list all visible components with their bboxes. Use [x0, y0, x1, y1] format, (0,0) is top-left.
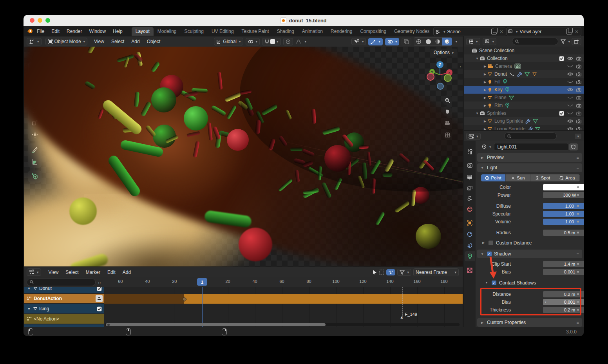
filter-dropdown[interactable]: ▾ — [397, 269, 411, 276]
menu-view[interactable]: View — [45, 268, 62, 276]
shadow-checkbox[interactable]: ✓ — [487, 252, 492, 256]
id-name-field[interactable]: Light.001 — [494, 143, 568, 151]
menu-add[interactable]: Add — [119, 268, 134, 276]
animate-dot[interactable] — [577, 221, 579, 223]
properties-tab-render[interactable] — [465, 160, 475, 170]
timeline-scrollbar[interactable] — [105, 323, 460, 326]
remove-viewlayer-icon[interactable]: ✕ — [574, 29, 579, 34]
properties-options-icon[interactable]: ▾ — [575, 134, 581, 139]
camera-off-icon[interactable] — [576, 96, 581, 100]
checkbox-icon[interactable] — [97, 287, 102, 291]
camera-icon[interactable] — [576, 64, 581, 69]
gizmos-toggle[interactable]: ▾ — [368, 38, 383, 45]
transform-orientation-dropdown[interactable]: Global▾ — [214, 38, 243, 45]
workspace-tab-rendering[interactable]: Rendering — [327, 27, 356, 36]
workspace-tab-geometry-nodes[interactable]: Geometry Nodes — [390, 27, 429, 36]
timeline-ruler[interactable]: -60-40-20204060801001201401601801 — [104, 277, 463, 287]
outliner-row-long-sprinkle[interactable]: ▶Long Sprinkle — [464, 117, 584, 125]
panel-light[interactable]: ▼Light≡ — [477, 163, 582, 172]
panel-preview[interactable]: ▶Preview≡ — [477, 153, 582, 162]
light-data-icon[interactable]: ▾ — [480, 143, 493, 150]
expand-icon[interactable]: ▶ — [483, 120, 487, 123]
animate-dot[interactable] — [577, 263, 579, 265]
animate-dot[interactable] — [577, 232, 579, 234]
workspace-tab-uv-editing[interactable]: UV Editing — [208, 27, 238, 36]
new-scene-icon[interactable] — [491, 29, 497, 34]
viewlayer-selector[interactable]: ▾ ViewLayer ✕ — [506, 27, 581, 36]
camera-icon[interactable] — [576, 56, 581, 61]
menu-render[interactable]: Render — [63, 27, 85, 35]
menu-marker[interactable]: Marker — [82, 268, 104, 276]
cursor-action-icon[interactable] — [372, 270, 377, 275]
channel--no-action-[interactable]: <No Action> — [24, 314, 104, 324]
channel-donutaction[interactable]: DonutAction — [24, 294, 104, 303]
animate-dot[interactable] — [577, 194, 579, 196]
zoom-window-button[interactable] — [45, 18, 50, 23]
outliner-row-key[interactable]: ▶Key — [464, 86, 584, 94]
workspace-tab-modeling[interactable]: Modeling — [154, 27, 181, 36]
expand-icon[interactable]: ▶ — [483, 88, 487, 92]
outliner-row-scene-collection[interactable]: Scene Collection — [464, 47, 584, 54]
falloff-curve-icon[interactable] — [295, 39, 302, 44]
expand-icon[interactable]: ▶ — [483, 96, 487, 100]
expand-icon[interactable]: ▶ — [483, 72, 487, 76]
expand-icon[interactable]: ▼ — [475, 57, 480, 60]
scrollbar-thumb[interactable] — [106, 323, 326, 326]
custom-distance-subpanel[interactable]: ▶ Custom Distance — [481, 239, 532, 246]
blender-logo-icon[interactable] — [27, 28, 33, 34]
outliner-row-sprinkles[interactable]: ▼Sprinkles — [464, 109, 584, 117]
shading-wireframe-button[interactable] — [414, 38, 423, 45]
outliner-row-plane[interactable]: ▶Plane — [464, 94, 584, 101]
minimize-window-button[interactable] — [38, 18, 42, 23]
checkbox-icon[interactable] — [559, 56, 564, 61]
light-type-point[interactable]: Point — [481, 174, 506, 181]
panel-custom-properties[interactable]: ▶Custom Properties≡ — [477, 318, 582, 327]
outliner-row-loopy-sprinkle[interactable]: ▶Loopy Sprinkle — [464, 125, 584, 130]
menu-add[interactable]: Add — [128, 38, 143, 45]
light-type-spot[interactable]: Spot — [530, 174, 555, 181]
close-window-button[interactable] — [30, 18, 34, 23]
unlink-scene-icon[interactable]: ✕ — [499, 29, 504, 34]
menu-select[interactable]: Select — [108, 38, 128, 45]
camera-icon[interactable] — [576, 119, 581, 123]
menu-help[interactable]: Help — [109, 27, 126, 35]
properties-tab-constraints[interactable] — [465, 240, 475, 250]
fake-user-shield-icon[interactable] — [569, 143, 578, 150]
light-type-area[interactable]: Area — [555, 174, 580, 181]
shading-material-button[interactable] — [433, 38, 442, 45]
mode-dropdown[interactable]: Object Mode▾ — [45, 38, 88, 45]
menu-file[interactable]: File — [33, 27, 48, 35]
eye-closed-icon[interactable] — [567, 80, 573, 84]
outliner-display-mode-button[interactable]: ▾ — [483, 38, 497, 45]
animate-dot[interactable] — [577, 205, 579, 207]
marker-triangle[interactable]: ▲ — [400, 315, 404, 319]
panel-shadow[interactable]: ▼✓ Shadow≡ — [477, 250, 582, 258]
workspace-tab-layout[interactable]: Layout — [132, 27, 154, 36]
outliner-row-camera[interactable]: ▶Camera — [464, 62, 584, 70]
channel-partial[interactable]: ▼ — [24, 324, 104, 327]
custom-distance-checkbox[interactable] — [489, 241, 493, 245]
proportional-editing-toggle[interactable] — [283, 38, 293, 45]
shading-solid-button[interactable] — [423, 38, 433, 45]
animate-dot[interactable] — [577, 309, 579, 311]
outliner-row-fill[interactable]: ▶Fill — [464, 78, 584, 86]
workspace-tab-sculpting[interactable]: Sculpting — [181, 27, 208, 36]
expand-icon[interactable]: ▼ — [27, 287, 31, 290]
shading-rendered-button[interactable] — [442, 38, 452, 45]
scene-selector[interactable]: ▾ Scene ✕ — [433, 27, 506, 36]
3d-viewport[interactable]: User Perspective (1) Scene Collection | … — [24, 47, 463, 266]
object-visibility-dropdown[interactable]: ▾ — [351, 38, 366, 45]
eye-icon[interactable] — [567, 127, 573, 130]
auto-keyframe-toggle[interactable] — [386, 269, 395, 275]
xray-toggle[interactable] — [402, 38, 411, 45]
pivot-point-dropdown[interactable]: ▾ — [246, 38, 260, 45]
eye-closed-icon[interactable] — [567, 104, 573, 107]
filter-icon[interactable] — [561, 39, 566, 44]
camera-icon[interactable] — [576, 72, 581, 76]
properties-search-input[interactable] — [504, 132, 557, 140]
workspace-tab-texture-paint[interactable]: Texture Paint — [238, 27, 273, 36]
eye-closed-icon[interactable] — [567, 96, 573, 100]
outliner-row-donut[interactable]: ▶Donut — [464, 70, 584, 78]
expand-icon[interactable]: ▶ — [483, 80, 487, 84]
channel-donut[interactable]: ▼Donut — [24, 287, 104, 293]
